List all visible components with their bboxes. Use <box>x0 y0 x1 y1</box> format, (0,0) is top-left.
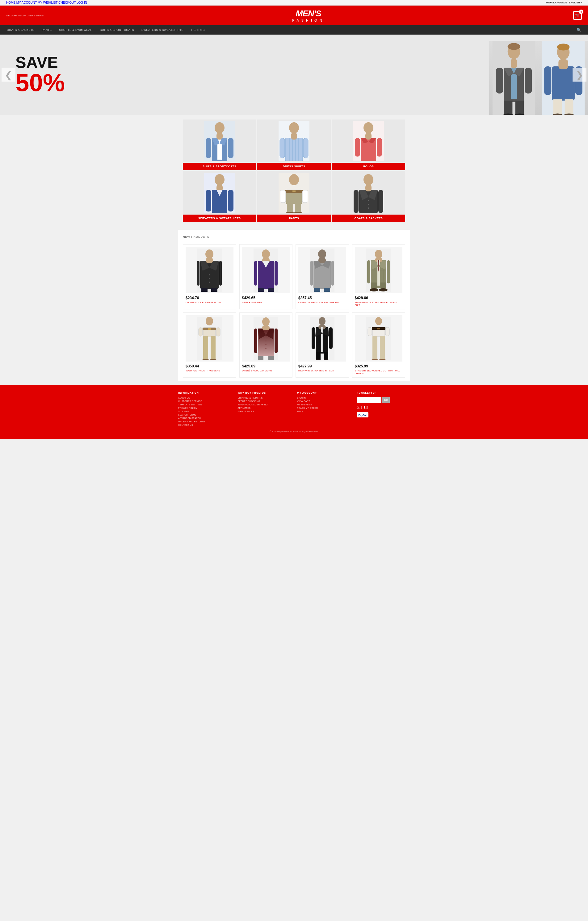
main-navigation: COATS & JACKETS PANTS SHORTS & SWIMWEAR … <box>0 25 588 34</box>
footer-link-template-settings[interactable]: TEMPLATE SETTINGS <box>178 404 231 406</box>
footer-link-privacy-policy[interactable]: PRIVACY POLICY <box>178 407 231 409</box>
footer-link-affiliates[interactable]: AFFILIATES <box>238 407 291 409</box>
category-img-suits <box>183 119 256 163</box>
product-item[interactable]: $425.89 OMBRÉ SHAWL CARDIGAN <box>239 312 293 378</box>
product-item[interactable]: $234.76 DUGAN WOOL BLEND PEACOAT <box>183 244 236 309</box>
svg-rect-132 <box>381 283 386 289</box>
footer-link-secure-shopping[interactable]: SECURE SHOPPING <box>238 400 291 402</box>
category-label-polos: POLOS <box>332 163 405 170</box>
svg-rect-67 <box>295 203 301 213</box>
paypal-badge: PayPal <box>357 412 368 417</box>
nav-checkout[interactable]: CHECKOUT <box>59 1 76 4</box>
svg-point-89 <box>209 278 210 279</box>
svg-point-96 <box>262 249 270 259</box>
svg-rect-169 <box>324 352 328 360</box>
logo-main: MEN' <box>296 9 316 18</box>
nav-sweaters-sweatshirts[interactable]: SWEATERS & SWEATSHIRTS <box>138 25 187 34</box>
category-coats-jackets[interactable]: COATS & JACKETS <box>332 171 405 222</box>
svg-rect-180 <box>385 327 389 336</box>
svg-rect-66 <box>287 203 293 213</box>
footer-link-view-cart[interactable]: VIEW CART <box>297 400 350 402</box>
category-polos[interactable]: POLOS <box>332 119 405 170</box>
nav-my-account[interactable]: MY ACCOUNT <box>16 1 37 4</box>
svg-rect-149 <box>262 325 270 330</box>
svg-rect-36 <box>285 138 303 161</box>
svg-rect-68 <box>286 193 302 204</box>
footer-link-sign-in[interactable]: SIGN IN <box>297 397 350 399</box>
nav-pants[interactable]: PANTS <box>38 25 55 34</box>
product-item[interactable]: $350.44 TO2O FLAT FRONT TROUSERS <box>183 312 236 378</box>
footer-link-customer-service[interactable]: CUSTOMER SERVICE <box>178 400 231 402</box>
footer-link-search-terms[interactable]: SEARCH TERMS <box>178 414 231 416</box>
product-image-4 <box>355 247 403 293</box>
cart-button[interactable]: 🛒 0 <box>573 11 582 20</box>
product-name-2: V-NECK SWEATER <box>242 301 290 304</box>
footer-link-group-sales[interactable]: GROUP SALES <box>238 410 291 412</box>
product-image-6 <box>242 315 290 361</box>
svg-rect-43 <box>303 138 308 158</box>
nav-coats-jackets[interactable]: COATS & JACKETS <box>3 25 38 34</box>
welcome-text: WELCOME TO OUR ONLINE STORE! <box>6 15 44 17</box>
svg-rect-176 <box>377 328 380 329</box>
svg-point-72 <box>363 174 373 185</box>
category-pants[interactable]: PANTS <box>257 171 331 222</box>
svg-point-133 <box>370 288 378 291</box>
svg-point-153 <box>265 344 267 345</box>
footer-link-help[interactable]: HELP <box>297 410 350 412</box>
footer-link-about-us[interactable]: ABOUT US <box>178 397 231 399</box>
nav-home[interactable]: HOME <box>6 1 15 4</box>
svg-rect-168 <box>316 352 321 360</box>
svg-rect-177 <box>373 336 377 360</box>
category-label-suits: SUITS & SPORTCOATS <box>183 163 256 170</box>
search-icon[interactable]: 🔍 <box>573 25 585 34</box>
product-item[interactable]: $427.99 RYAN-WIN EXTRA TRIM FIT SUIT <box>296 312 349 378</box>
newsletter-submit-button[interactable]: GO <box>382 397 389 403</box>
product-image-7 <box>298 315 346 361</box>
svg-rect-51 <box>377 138 382 156</box>
category-sweaters-sweatshirts[interactable]: SWEATERS & SWEATSHIRTS <box>183 171 256 222</box>
logo-accent: S <box>316 9 321 18</box>
nav-log-in[interactable]: LOG IN <box>77 1 87 4</box>
product-name-7: RYAN-WIN EXTRA TRIM FIT SUIT <box>298 369 346 372</box>
footer-link-contact-us[interactable]: CONTACT US <box>178 424 231 426</box>
svg-point-134 <box>379 288 388 291</box>
svg-point-105 <box>318 249 326 259</box>
footer-link-orders-returns[interactable]: ORDERS AND RETURNS <box>178 420 231 423</box>
footer-link-track-my-order[interactable]: TRACK MY ORDER <box>297 407 350 409</box>
language-selector[interactable]: YOUR LANGUAGE: ENGLISH ▾ <box>546 1 582 4</box>
rss-icon[interactable]: ⛾ <box>364 405 368 410</box>
twitter-icon[interactable]: 𝕏 <box>357 405 360 410</box>
header: WELCOME TO OUR ONLINE STORE! MEN'S FASHI… <box>0 6 588 25</box>
product-item[interactable]: $428.66 HUGE-GENIUS EXTRA TRIM FIT PLAID… <box>352 244 406 309</box>
product-image-5 <box>186 315 233 361</box>
nav-shorts-swimwear[interactable]: SHORTS & SWIMWEAR <box>55 25 96 34</box>
svg-rect-32 <box>206 138 211 158</box>
footer-link-shipping-returns[interactable]: SHIPPING & RETURNS <box>238 397 291 399</box>
products-grid: $234.76 DUGAN WOOL BLEND PEACOAT <box>183 244 405 378</box>
nav-my-wishlist[interactable]: MY WISHLIST <box>37 1 58 4</box>
nav-tshirts[interactable]: T-SHIRTS <box>187 25 208 34</box>
product-item[interactable]: $429.65 V-NECK SWEATER <box>239 244 293 309</box>
svg-rect-103 <box>268 288 274 292</box>
facebook-icon[interactable]: f <box>361 405 362 410</box>
category-img-dress-shirts <box>257 119 331 163</box>
category-suits-sportcoats[interactable]: SUITS & SPORTCOATS <box>183 119 256 170</box>
footer-link-my-wishlist[interactable]: MY WISHLIST <box>297 404 350 406</box>
footer-link-advanced-search[interactable]: ADVANCED SEARCH <box>178 417 231 419</box>
product-name-5: TO2O FLAT FRONT TROUSERS <box>186 369 233 372</box>
svg-rect-156 <box>275 329 278 353</box>
product-item[interactable]: $325.99 STRAIGHT LEG WASHED COTTON TWILL… <box>352 312 406 378</box>
newsletter-input[interactable] <box>357 397 381 403</box>
footer-link-international-shipping[interactable]: INTERNATIONAL SHIPPING <box>238 404 291 406</box>
svg-rect-130 <box>387 260 390 283</box>
slider-next-button[interactable]: ❯ <box>573 68 586 82</box>
nav-suits-sport-coats[interactable]: SUITS & SPORT COATS <box>96 25 138 34</box>
svg-point-78 <box>368 204 369 205</box>
slider-prev-button[interactable]: ❮ <box>2 68 15 82</box>
category-dress-shirts[interactable]: DRESS SHIRTS <box>257 119 331 170</box>
product-item[interactable]: $357.45 KJDRA ZIP SHAWL COLLAR SWEATE <box>296 244 349 309</box>
logo[interactable]: MEN'S FASHION <box>292 9 324 22</box>
svg-rect-111 <box>331 261 334 286</box>
footer-link-site-map[interactable]: SITE MAP <box>178 410 231 412</box>
svg-rect-142 <box>199 327 203 336</box>
